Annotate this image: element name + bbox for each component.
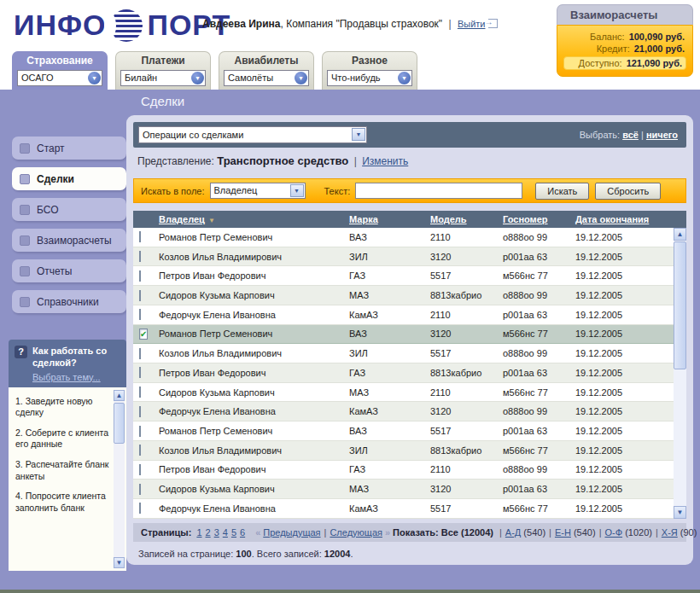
view-change-link[interactable]: Изменить xyxy=(362,155,408,167)
help-topic-link[interactable]: Выбрать тему... xyxy=(32,372,120,382)
search-button[interactable]: Искать xyxy=(535,183,589,200)
logout-icon[interactable] xyxy=(488,19,498,28)
cell-brand: ЗИЛ xyxy=(349,252,430,262)
cell-model: 2110 xyxy=(430,464,503,474)
column-header[interactable]: Марка xyxy=(349,214,430,224)
row-checkbox[interactable] xyxy=(139,270,141,282)
scroll-down-icon[interactable]: ▼ xyxy=(114,557,125,568)
table-scrollbar[interactable]: ▲ ▼ xyxy=(674,228,686,519)
row-checkbox[interactable] xyxy=(139,367,141,378)
cell-date: 19.12.2005 xyxy=(575,290,674,300)
tab-2[interactable]: ПлатежиБилайн▼ xyxy=(115,51,211,90)
prev-page-link[interactable]: Предыдущая xyxy=(263,527,320,538)
row-checkbox[interactable] xyxy=(139,251,141,262)
table-row[interactable]: ✔Романов Петр СеменовичВАЗ3120м566нс 771… xyxy=(133,325,674,345)
table-row[interactable]: Федорчук Елена ИвановнаКамАЗ3120о888оо 9… xyxy=(133,402,674,421)
row-checkbox[interactable] xyxy=(139,387,141,398)
column-header[interactable]: Госномер xyxy=(503,214,575,224)
tab-select[interactable]: Билайн▼ xyxy=(120,70,206,86)
filter-link[interactable]: Х-Я xyxy=(662,527,678,538)
tab-select[interactable]: ОСАГО▼ xyxy=(17,70,102,86)
row-checkbox[interactable] xyxy=(139,503,141,514)
table-row[interactable]: Романов Петр СеменовичВАЗ2110о888оо 9919… xyxy=(133,228,674,247)
table-row[interactable]: Козлов Илья ВладимировичЗИЛ3120р001аа 63… xyxy=(133,247,674,267)
filter-link[interactable]: Е-Н xyxy=(555,527,571,538)
cell-model: 5517 xyxy=(430,503,503,514)
select-none-link[interactable]: ничего xyxy=(646,130,678,140)
operations-select[interactable]: Операции со сделками ▼ xyxy=(138,126,367,143)
cell-model: 2110 xyxy=(430,387,503,398)
table-row[interactable]: Сидоров Кузьма КарповичМАЗ2110м566нс 771… xyxy=(133,383,674,403)
scroll-up-icon[interactable]: ▲ xyxy=(674,228,686,241)
row-checkbox[interactable] xyxy=(139,290,141,301)
operations-bar: Операции со сделками ▼ Выбрать: всё | ни… xyxy=(133,122,686,148)
table-row[interactable]: Петров Иван ФедоровичГАЗ8813кабриор001аа… xyxy=(133,363,674,383)
table-row[interactable]: Козлов Илья ВладимировичЗИЛ5517о888оо 99… xyxy=(133,344,674,363)
table-row[interactable]: Федорчук Елена ИвановнаКамАЗ5517м566нс 7… xyxy=(133,499,674,519)
tab-3[interactable]: АвиабилетыСамолёты▼ xyxy=(219,51,314,90)
row-checkbox[interactable] xyxy=(139,426,141,437)
sidebar-item-3[interactable]: БСО xyxy=(12,198,126,221)
sidebar-item-2[interactable]: Сделки xyxy=(12,167,126,190)
table-row[interactable]: Федорчук Елена ИвановнаКамАЗ2110р001аа 6… xyxy=(133,305,674,325)
logo-text-info: ИНФО xyxy=(14,9,106,42)
filter-link[interactable]: О-Ф xyxy=(604,527,622,538)
scroll-down-icon[interactable]: ▼ xyxy=(674,506,686,519)
table-row[interactable]: Сидоров Кузьма КарповичМАЗ3120р001аа 631… xyxy=(133,480,674,499)
cell-date: 19.12.2005 xyxy=(575,445,674,456)
row-checkbox[interactable] xyxy=(139,445,141,456)
row-checkbox[interactable]: ✔ xyxy=(139,328,148,340)
page-link[interactable]: 5 xyxy=(231,527,236,538)
page-link[interactable]: 2 xyxy=(206,527,211,538)
table-row[interactable]: Романов Петр СеменовичВАЗ5517р001аа 6319… xyxy=(133,421,674,441)
question-icon: ? xyxy=(15,346,27,358)
next-page-link[interactable]: Следующая xyxy=(330,527,382,538)
tab-select[interactable]: Что-нибудь▼ xyxy=(327,70,412,86)
table-row[interactable]: Петров Иван ФедоровичГАЗ2110о888оо 9919.… xyxy=(133,461,674,480)
table-scroll-thumb[interactable] xyxy=(674,241,686,369)
help-scrollbar[interactable]: ▲ ▼ xyxy=(114,390,125,568)
row-checkbox[interactable] xyxy=(139,406,141,417)
column-header[interactable]: Дата окончания xyxy=(575,214,686,224)
records-text2: . Всего записей: xyxy=(252,549,322,559)
sidebar-item-5[interactable]: Отчеты xyxy=(12,259,126,282)
cell-plate: м566нс 77 xyxy=(503,503,575,514)
help-box: ? Как работать со сделкой? Выбрать тему.… xyxy=(9,340,126,571)
row-checkbox[interactable] xyxy=(139,484,141,495)
column-header[interactable]: Владелец▼ xyxy=(159,214,349,224)
search-field-select[interactable]: Владелец ▼ xyxy=(210,183,306,199)
sidebar-item-4[interactable]: Взаиморасчеты xyxy=(12,229,126,252)
search-text-input[interactable] xyxy=(355,183,522,199)
table-row[interactable]: Сидоров Кузьма КарповичМАЗ8813кабриоо888… xyxy=(133,286,674,305)
row-checkbox[interactable] xyxy=(139,231,141,242)
scroll-up-icon[interactable]: ▲ xyxy=(114,390,125,401)
page-link[interactable]: 4 xyxy=(223,527,228,538)
sidebar-item-1[interactable]: Старт xyxy=(12,137,126,160)
row-checkbox[interactable] xyxy=(139,348,141,359)
page-link[interactable]: 1 xyxy=(196,527,201,538)
select-all-link[interactable]: всё xyxy=(622,130,639,140)
view-label: Представление: xyxy=(137,155,214,167)
help-scroll-thumb[interactable] xyxy=(114,403,125,444)
show-label: Показать: xyxy=(393,527,439,538)
row-checkbox[interactable] xyxy=(139,309,141,320)
tab-select[interactable]: Самолёты▼ xyxy=(224,70,309,86)
table-row[interactable]: Петров Иван ФедоровичГАЗ5517м566нс 7719.… xyxy=(133,266,674,286)
cell-owner: Федорчук Елена Ивановна xyxy=(159,406,349,416)
tab-4[interactable]: РазноеЧто-нибудь▼ xyxy=(322,51,417,90)
cell-date: 19.12.2005 xyxy=(575,484,674,494)
search-field-value: Владелец xyxy=(214,185,258,195)
logout-link[interactable]: Выйти xyxy=(458,19,486,29)
column-header[interactable]: Модель xyxy=(430,214,503,224)
filter-count: (1020) xyxy=(622,527,652,538)
cell-brand: ЗИЛ xyxy=(349,445,430,456)
separator: | xyxy=(448,18,451,30)
row-checkbox[interactable] xyxy=(139,464,141,475)
tab-1[interactable]: СтрахованиеОСАГО▼ xyxy=(12,51,108,90)
page-link[interactable]: 3 xyxy=(214,527,219,538)
reset-button[interactable]: Сбросить xyxy=(595,183,661,200)
sidebar-item-6[interactable]: Справочники xyxy=(12,290,126,313)
page-link[interactable]: 6 xyxy=(240,527,245,538)
filter-link[interactable]: А-Д xyxy=(505,527,521,538)
table-row[interactable]: Козлов Илья ВладимировичЗИЛ8813кабриом56… xyxy=(133,441,674,461)
